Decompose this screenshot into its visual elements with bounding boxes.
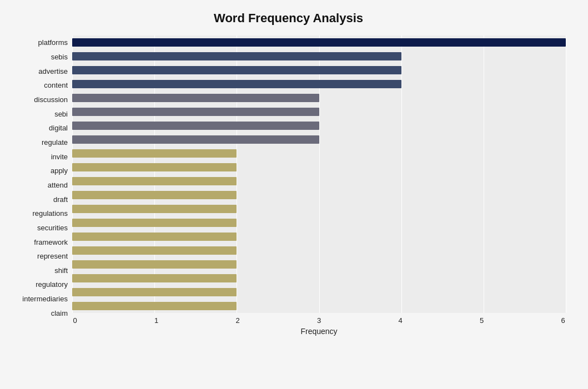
bar-row (72, 36, 566, 49)
y-label: framework (34, 235, 68, 249)
bar (72, 233, 237, 241)
x-tick: 2 (235, 316, 240, 325)
bar (72, 52, 401, 60)
y-label: regulations (32, 206, 68, 221)
y-label: claim (51, 306, 68, 320)
bar-row (72, 257, 566, 271)
bar (72, 260, 237, 269)
bar-row (72, 230, 566, 244)
bar (72, 149, 237, 158)
grid-line (566, 36, 566, 313)
bar-row (72, 299, 566, 313)
bar-row (72, 188, 566, 202)
y-label: apply (51, 164, 68, 178)
x-axis: 0123456 (72, 313, 566, 325)
y-label: platforms (38, 36, 68, 50)
x-tick: 0 (72, 316, 78, 325)
chart-area: platformssebisadvertisecontentdiscussion… (11, 36, 566, 336)
bar (72, 274, 237, 282)
bar (72, 177, 237, 185)
bar-row (72, 133, 566, 146)
bar (72, 94, 319, 102)
bar (72, 80, 401, 88)
y-label: discussion (34, 93, 68, 107)
y-label: invite (51, 149, 68, 164)
bar (72, 38, 566, 47)
x-tick: 4 (398, 316, 403, 325)
bar-row (72, 77, 566, 91)
x-tick: 5 (479, 316, 485, 325)
bar (72, 205, 237, 213)
y-label: sebi (54, 107, 68, 121)
bar (72, 135, 319, 144)
bar-row (72, 49, 566, 63)
bar (72, 122, 319, 130)
bar-row (72, 63, 566, 77)
x-tick: 1 (154, 316, 159, 325)
bar-row (72, 119, 566, 133)
y-label: securities (37, 221, 68, 235)
y-label: intermediaries (22, 292, 68, 306)
bar (72, 246, 237, 255)
bar-row (72, 202, 566, 216)
bars-and-x: 0123456 Frequency (72, 36, 566, 336)
bar-row (72, 105, 566, 119)
x-tick: 6 (560, 316, 566, 325)
y-label: represent (37, 249, 68, 264)
y-label: regulate (42, 135, 68, 150)
y-label: advertise (38, 64, 68, 78)
x-tick: 3 (316, 316, 322, 325)
y-label: draft (53, 192, 68, 206)
y-label: content (44, 78, 68, 93)
y-labels: platformssebisadvertisecontentdiscussion… (11, 36, 72, 336)
y-label: attend (48, 178, 68, 193)
bar-row (72, 216, 566, 230)
bar-row (72, 271, 566, 285)
bar (72, 108, 319, 116)
y-label: regulatory (36, 277, 68, 292)
bar-row (72, 174, 566, 188)
bar-row (72, 146, 566, 160)
bar-row (72, 91, 566, 105)
y-label: sebis (51, 50, 68, 64)
bar (72, 163, 237, 171)
y-label: digital (49, 121, 68, 135)
x-axis-label: Frequency (72, 327, 566, 336)
y-label: shift (54, 264, 68, 278)
bar (72, 191, 237, 199)
bars-panel (72, 36, 566, 313)
bar-row (72, 160, 566, 174)
bar-row (72, 285, 566, 299)
bar (72, 302, 237, 310)
bar-row (72, 244, 566, 257)
bar (72, 219, 237, 227)
chart-title: Word Frequency Analysis (11, 11, 566, 26)
chart-container: Word Frequency Analysis platformssebisad… (0, 0, 588, 389)
bar (72, 66, 401, 74)
bar (72, 288, 237, 296)
